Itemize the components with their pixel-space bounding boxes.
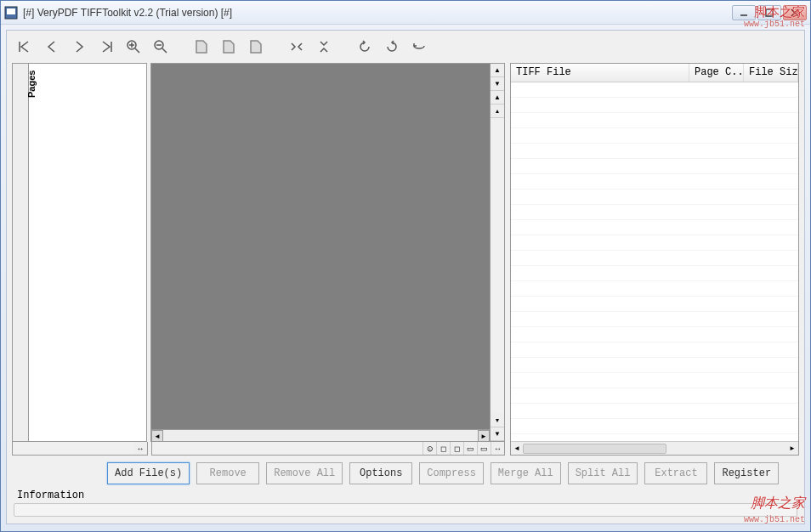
window-controls [732, 5, 807, 20]
scroll-top-icon[interactable]: ▲ [491, 91, 504, 105]
pages-tab-label: Pages [26, 71, 37, 98]
list-row [511, 98, 798, 113]
pages-tab[interactable]: Pages [12, 63, 29, 442]
main-content: Pages ◄ ► ▲ ▼ [12, 63, 799, 456]
bottom-strip: ↔ ⊙ ◻ ◻ ▭ ▭ ↔ [12, 442, 505, 456]
merge-all-button[interactable]: Merge All [491, 462, 561, 484]
page-blank-icon[interactable] [192, 37, 211, 56]
pages-thumbnail-panel[interactable] [28, 63, 147, 442]
left-column: Pages ◄ ► ▲ ▼ [12, 63, 505, 456]
file-list-body[interactable] [511, 82, 798, 441]
canvas-hscrollbar[interactable]: ◄ ► [151, 429, 490, 441]
col-tiff-file[interactable]: TIFF File [511, 64, 689, 82]
canvas-wrap: ◄ ► ▲ ▼ ▲ ▴ ▾ ▼ [150, 63, 505, 442]
split-all-button[interactable]: Split All [568, 462, 638, 484]
app-icon [4, 6, 18, 20]
scroll-left-icon[interactable]: ◄ [511, 443, 523, 455]
next-page-icon[interactable] [70, 37, 88, 56]
scroll-track[interactable] [163, 430, 478, 441]
list-row [511, 312, 798, 327]
scroll-bottom-icon[interactable]: ▼ [491, 427, 504, 441]
canvas-mini-toolbar: ⊙ ◻ ◻ ▭ ▭ ↔ [151, 442, 505, 456]
list-row [511, 327, 798, 342]
zoom-in-icon[interactable] [124, 37, 143, 56]
list-row [511, 235, 798, 251]
scroll-left-icon[interactable]: ◄ [151, 430, 163, 442]
button-bar: Add File(s) Remove Remove All Options Co… [12, 456, 799, 488]
list-row [511, 266, 798, 281]
svg-rect-1 [7, 8, 15, 14]
toolbar [12, 36, 799, 63]
flip-v-icon[interactable] [315, 37, 333, 56]
col-file-size[interactable]: File Siz [744, 64, 798, 82]
scroll-right-icon[interactable]: ► [478, 430, 490, 442]
register-button[interactable]: Register [714, 462, 779, 484]
svg-line-13 [162, 48, 167, 53]
list-row [511, 113, 798, 128]
list-row [511, 281, 798, 297]
scrollbar-thumb[interactable] [523, 444, 666, 454]
zoom-out-icon[interactable] [151, 37, 170, 56]
last-page-icon[interactable] [97, 37, 116, 56]
list-row [511, 190, 798, 205]
mini-page2-icon[interactable]: ◻ [450, 442, 463, 455]
minimize-button[interactable] [732, 5, 756, 20]
mini-fit-icon[interactable]: ▭ [463, 442, 477, 455]
first-page-icon[interactable] [15, 37, 34, 56]
list-row [511, 419, 798, 434]
page-blank2-icon[interactable] [219, 37, 238, 56]
list-row [511, 220, 798, 235]
mini-page1-icon[interactable]: ◻ [436, 442, 450, 455]
list-row [511, 342, 798, 358]
list-row [511, 388, 798, 404]
list-row [511, 404, 798, 419]
titlebar[interactable]: [#] VeryPDF TIFFToolkit v2.2 (Trial vers… [1, 1, 810, 25]
list-row [511, 128, 798, 144]
client-area: Pages ◄ ► ▲ ▼ [6, 30, 805, 524]
scroll-page-up-icon[interactable]: ▴ [491, 105, 504, 118]
app-window: [#] VeryPDF TIFFToolkit v2.2 (Trial vers… [0, 0, 811, 532]
col-page-count[interactable]: Page C... [689, 64, 744, 82]
list-row [511, 358, 798, 373]
list-row [511, 297, 798, 312]
options-button[interactable]: Options [349, 462, 412, 484]
pages-mini-bar: ↔ [12, 442, 148, 456]
scroll-down-icon[interactable]: ▼ [491, 77, 504, 91]
remove-button[interactable]: Remove [196, 462, 259, 484]
mini-splitter-icon[interactable]: ↔ [491, 442, 504, 455]
list-row [511, 373, 798, 388]
window-title: [#] VeryPDF TIFFToolkit v2.2 (Trial vers… [23, 7, 732, 19]
list-row [511, 82, 798, 98]
rotate-left-icon[interactable] [355, 37, 374, 56]
file-list-header: TIFF File Page C... File Siz [511, 64, 798, 82]
flip-h-icon[interactable] [287, 37, 306, 56]
splitter-icon[interactable]: ↔ [133, 442, 147, 455]
compress-button[interactable]: Compress [419, 462, 484, 484]
rotate-right-icon[interactable] [383, 37, 401, 56]
list-row [511, 144, 798, 159]
canvas-vstrip: ▲ ▼ ▲ ▴ ▾ ▼ [491, 64, 504, 441]
scroll-up-icon[interactable]: ▲ [491, 64, 504, 77]
page-blank3-icon[interactable] [247, 37, 265, 56]
svg-line-9 [135, 48, 139, 53]
scroll-right-icon[interactable]: ► [786, 443, 798, 455]
svg-rect-3 [766, 9, 773, 16]
mini-width-icon[interactable]: ▭ [477, 442, 491, 455]
close-button[interactable] [783, 5, 807, 20]
list-row [511, 205, 798, 220]
list-row [511, 251, 798, 266]
remove-all-button[interactable]: Remove All [266, 462, 343, 484]
rotate-180-icon[interactable] [410, 37, 428, 56]
list-row [511, 159, 798, 174]
extract-button[interactable]: Extract [644, 462, 707, 484]
mini-zoom-icon[interactable]: ⊙ [423, 442, 436, 455]
scroll-page-down-icon[interactable]: ▾ [491, 414, 504, 427]
add-files-button[interactable]: Add File(s) [107, 462, 190, 484]
file-list-hscrollbar[interactable]: ◄ ► [511, 441, 798, 455]
status-area: Information [12, 488, 799, 518]
progress-bar [14, 503, 797, 517]
maximize-button[interactable] [757, 5, 781, 20]
preview-canvas[interactable]: ◄ ► [151, 64, 491, 441]
prev-page-icon[interactable] [43, 37, 61, 56]
status-label: Information [14, 488, 797, 503]
